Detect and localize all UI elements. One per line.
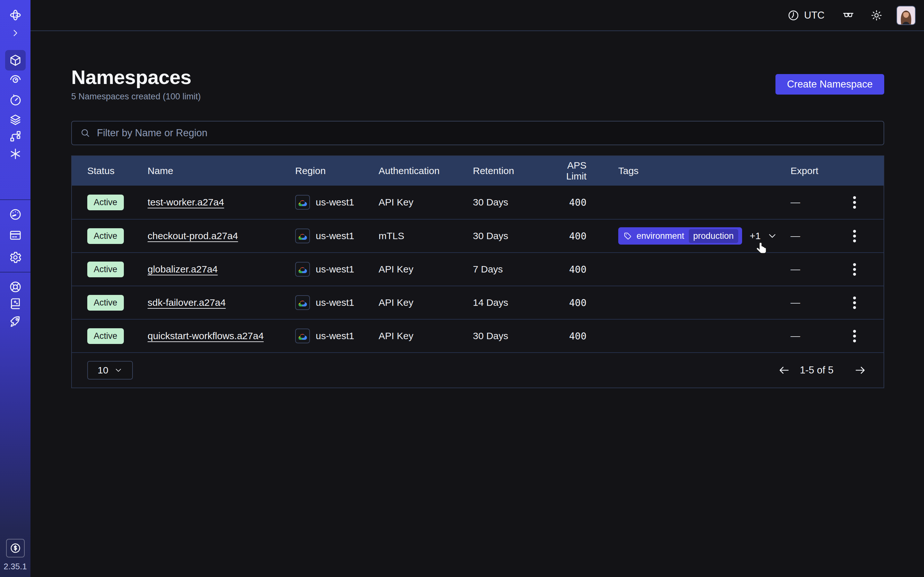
sidebar-item-namespaces[interactable]: [5, 50, 26, 71]
getting-started-rocket-icon: [9, 314, 22, 327]
page-subtitle: 5 Namespaces created (100 limit): [71, 92, 884, 102]
create-namespace-button[interactable]: Create Namespace: [775, 74, 884, 95]
pagination-range: 1-5 of 5: [800, 364, 834, 376]
sidebar-divider: [0, 199, 31, 200]
tags-more-count[interactable]: +1: [750, 230, 761, 242]
sidebar-item-usage[interactable]: [5, 204, 26, 225]
aps-limit-value: 400: [546, 330, 586, 342]
workflow-branch-icon: [9, 129, 22, 143]
auth-label: mTLS: [379, 230, 473, 242]
docs-book-icon: [9, 297, 22, 310]
search-input[interactable]: [97, 127, 875, 139]
export-value: —: [790, 264, 800, 275]
aps-limit-value: 400: [546, 297, 586, 308]
page-size-select[interactable]: 10: [87, 361, 133, 380]
credits-button[interactable]: [6, 539, 25, 558]
asterisk-icon: [9, 147, 22, 161]
row-menu-button[interactable]: [851, 193, 859, 211]
aps-limit-value: 400: [546, 197, 586, 208]
table-footer: 10 1-5 of 5: [72, 352, 884, 388]
namespace-link[interactable]: globalizer.a27a4: [148, 264, 218, 275]
namespaces-table: Status Name Region Authentication Retent…: [71, 155, 884, 388]
gcp-region-icon: [295, 329, 310, 343]
row-menu-button[interactable]: [851, 261, 859, 278]
auth-label: API Key: [379, 297, 473, 308]
column-header-aps-limit: APS Limit: [546, 160, 586, 182]
auth-label: API Key: [379, 330, 473, 342]
gcp-region-icon: [295, 262, 310, 277]
table-row: Active quickstart-workflows.a27a4 us-wes…: [72, 319, 884, 352]
gcp-region-icon: [295, 195, 310, 210]
column-header-region: Region: [295, 165, 379, 176]
sun-icon: [871, 9, 883, 21]
billing-card-icon: [9, 229, 22, 242]
status-badge: Active: [87, 228, 124, 244]
chevron-down-icon[interactable]: [767, 231, 777, 241]
credits-badge-icon: [9, 542, 21, 554]
table-row: Active checkout-prod.a27a4 us-west1 mTLS…: [72, 219, 884, 252]
google-cloud-logo: [297, 332, 308, 340]
export-value: —: [790, 330, 800, 342]
sidebar-expand-button[interactable]: [5, 23, 26, 43]
auth-label: API Key: [379, 197, 473, 208]
clock-icon: [787, 9, 800, 21]
sidebar-item-nexus[interactable]: [5, 143, 26, 164]
temporal-logo[interactable]: [5, 5, 26, 25]
sidebar-item-getting-started[interactable]: [5, 311, 26, 331]
sidebar-item-settings[interactable]: [5, 247, 26, 268]
status-badge: Active: [87, 295, 124, 311]
export-value: —: [790, 297, 800, 308]
filter-search-box[interactable]: [71, 121, 884, 145]
row-menu-button[interactable]: [851, 327, 859, 345]
sidebar-item-schedules[interactable]: [5, 90, 26, 111]
retention-label: 30 Days: [473, 197, 546, 208]
region-label: us-west1: [316, 297, 354, 308]
tags-cell: environment production +1: [586, 227, 790, 245]
sidebar-item-monitor[interactable]: [5, 69, 26, 89]
namespace-link[interactable]: quickstart-workflows.a27a4: [148, 330, 264, 342]
reader-mode-button[interactable]: [841, 8, 855, 23]
theme-toggle-button[interactable]: [869, 8, 884, 23]
aps-limit-value: 400: [546, 264, 586, 275]
glasses-icon: [842, 9, 855, 21]
region-label: us-west1: [316, 264, 354, 275]
status-badge: Active: [87, 328, 124, 344]
google-cloud-logo: [297, 266, 308, 274]
timezone-selector[interactable]: UTC: [787, 9, 825, 21]
row-menu-button[interactable]: [851, 294, 859, 311]
chevron-down-icon: [114, 366, 123, 374]
retention-label: 30 Days: [473, 330, 546, 342]
user-avatar[interactable]: [897, 6, 916, 25]
previous-page-button[interactable]: [778, 364, 790, 376]
export-value: —: [790, 230, 800, 242]
layers-icon: [9, 113, 22, 126]
region-label: us-west1: [316, 330, 354, 342]
next-page-button[interactable]: [854, 364, 866, 376]
main-content: Namespaces 5 Namespaces created (100 lim…: [31, 32, 924, 577]
retention-label: 7 Days: [473, 264, 546, 275]
pagination: 1-5 of 5: [778, 364, 866, 376]
sidebar-item-billing[interactable]: [5, 225, 26, 245]
namespace-link[interactable]: checkout-prod.a27a4: [148, 230, 238, 242]
gcp-region-icon: [295, 295, 310, 310]
table-row: Active sdk-failover.a27a4 us-west1 API K…: [72, 285, 884, 319]
temporal-logo-icon: [9, 8, 22, 22]
retention-label: 30 Days: [473, 230, 546, 242]
sidebar: 2.35.1: [0, 0, 31, 577]
google-cloud-logo: [297, 232, 308, 240]
google-cloud-logo: [297, 299, 308, 307]
support-lifebuoy-icon: [9, 280, 22, 293]
table-header: Status Name Region Authentication Retent…: [72, 156, 884, 185]
status-badge: Active: [87, 195, 124, 210]
table-row: Active globalizer.a27a4 us-west1 API Key…: [72, 252, 884, 285]
column-header-status: Status: [87, 165, 148, 176]
namespace-link[interactable]: test-worker.a27a4: [148, 197, 224, 208]
namespace-link[interactable]: sdk-failover.a27a4: [148, 297, 226, 308]
page-size-value: 10: [97, 365, 108, 376]
table-row: Active test-worker.a27a4 us-west1 API Ke…: [72, 185, 884, 219]
page-title: Namespaces: [71, 66, 884, 89]
row-menu-button[interactable]: [851, 227, 859, 245]
retention-label: 14 Days: [473, 297, 546, 308]
namespaces-cube-icon: [9, 53, 22, 67]
tag-pill[interactable]: environment production: [618, 227, 742, 245]
